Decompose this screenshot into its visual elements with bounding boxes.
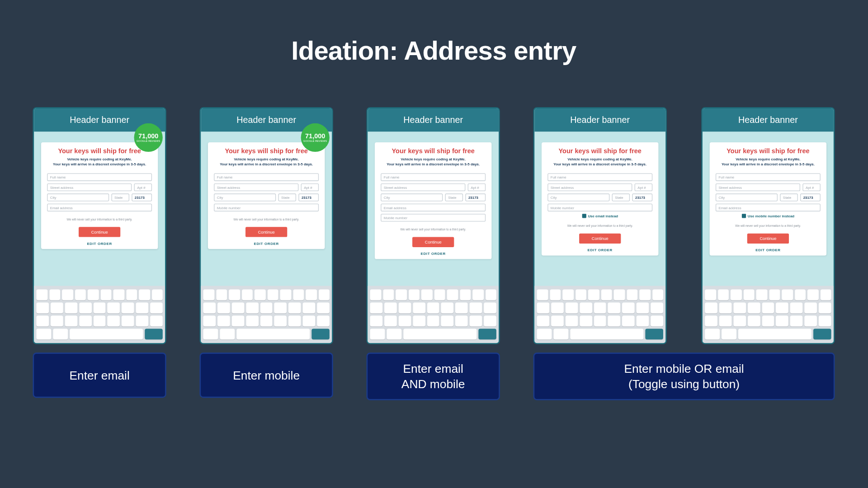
zip-input[interactable]: 23173: [132, 193, 152, 201]
email-input[interactable]: Email address: [716, 204, 821, 211]
key[interactable]: [820, 290, 831, 300]
key[interactable]: [470, 316, 482, 327]
key[interactable]: [705, 329, 720, 340]
key[interactable]: [795, 290, 806, 300]
key[interactable]: [51, 303, 63, 314]
city-input[interactable]: City: [716, 193, 778, 201]
key[interactable]: [65, 316, 77, 327]
zip-input[interactable]: 23173: [800, 193, 821, 201]
key[interactable]: [562, 290, 573, 300]
key[interactable]: [306, 290, 316, 300]
continue-button[interactable]: Continue: [747, 234, 789, 244]
key[interactable]: [88, 290, 99, 300]
city-input[interactable]: City: [381, 193, 443, 201]
key[interactable]: [79, 303, 92, 314]
key[interactable]: [370, 329, 385, 340]
key[interactable]: [79, 316, 92, 327]
edit-order-link[interactable]: EDIT ORDER: [47, 242, 152, 245]
spacebar-key[interactable]: [570, 329, 644, 340]
key[interactable]: [427, 303, 439, 314]
spacebar-key[interactable]: [403, 329, 477, 340]
key[interactable]: [639, 290, 650, 300]
key[interactable]: [274, 316, 287, 327]
key[interactable]: [447, 290, 458, 300]
street-input[interactable]: Street address: [214, 183, 298, 191]
key[interactable]: [743, 290, 754, 300]
email-input[interactable]: Email address: [47, 204, 152, 211]
key[interactable]: [553, 329, 568, 340]
key[interactable]: [776, 316, 789, 327]
key[interactable]: [51, 316, 63, 327]
key[interactable]: [241, 290, 252, 300]
fullname-input[interactable]: Full name: [47, 174, 152, 181]
key[interactable]: [280, 290, 291, 300]
key[interactable]: [75, 290, 85, 300]
key[interactable]: [748, 316, 760, 327]
key[interactable]: [769, 290, 780, 300]
key[interactable]: [622, 316, 635, 327]
key[interactable]: [819, 303, 831, 314]
key[interactable]: [113, 290, 124, 300]
key[interactable]: [370, 303, 382, 314]
street-input[interactable]: Street address: [47, 183, 132, 191]
city-input[interactable]: City: [214, 193, 276, 201]
key[interactable]: [601, 290, 612, 300]
mobile-input[interactable]: Mobile number: [381, 214, 486, 221]
enter-key[interactable]: [479, 329, 496, 340]
apt-input[interactable]: Apt #: [301, 183, 319, 191]
key[interactable]: [93, 303, 106, 314]
key[interactable]: [460, 290, 471, 300]
key[interactable]: [537, 303, 550, 314]
key[interactable]: [819, 316, 831, 327]
key[interactable]: [719, 316, 732, 327]
key[interactable]: [136, 316, 149, 327]
key[interactable]: [565, 316, 578, 327]
key[interactable]: [608, 316, 621, 327]
key[interactable]: [203, 316, 216, 327]
key[interactable]: [608, 303, 621, 314]
fullname-input[interactable]: Full name: [214, 174, 319, 181]
key[interactable]: [434, 290, 445, 300]
key[interactable]: [370, 290, 381, 300]
key[interactable]: [594, 316, 606, 327]
state-input[interactable]: State: [111, 193, 129, 201]
key[interactable]: [303, 316, 316, 327]
key[interactable]: [484, 303, 496, 314]
key[interactable]: [719, 303, 732, 314]
key[interactable]: [537, 316, 550, 327]
key[interactable]: [441, 316, 454, 327]
key[interactable]: [246, 316, 259, 327]
spacebar-key[interactable]: [70, 329, 143, 340]
enter-key[interactable]: [145, 329, 163, 340]
key[interactable]: [36, 290, 47, 300]
key[interactable]: [62, 290, 73, 300]
edit-order-link[interactable]: EDIT ORDER: [547, 249, 652, 252]
key[interactable]: [217, 303, 230, 314]
edit-order-link[interactable]: EDIT ORDER: [381, 252, 486, 256]
key[interactable]: [807, 290, 818, 300]
key[interactable]: [537, 290, 548, 300]
key[interactable]: [580, 316, 592, 327]
key[interactable]: [580, 303, 592, 314]
key[interactable]: [150, 303, 163, 314]
key[interactable]: [387, 329, 401, 340]
key[interactable]: [318, 290, 329, 300]
city-input[interactable]: City: [547, 193, 609, 201]
key[interactable]: [151, 290, 162, 300]
enter-key[interactable]: [646, 329, 663, 340]
key[interactable]: [53, 329, 68, 340]
toggle-email-label[interactable]: Use email instead: [588, 214, 618, 218]
key[interactable]: [288, 303, 301, 314]
key[interactable]: [122, 316, 134, 327]
key[interactable]: [576, 290, 586, 300]
continue-button[interactable]: Continue: [412, 237, 454, 247]
key[interactable]: [100, 290, 111, 300]
street-input[interactable]: Street address: [381, 183, 465, 191]
key[interactable]: [220, 329, 235, 340]
key[interactable]: [594, 303, 606, 314]
key[interactable]: [427, 316, 439, 327]
key[interactable]: [231, 303, 244, 314]
key[interactable]: [49, 290, 60, 300]
toggle-checkbox[interactable]: [582, 214, 586, 218]
key[interactable]: [203, 329, 218, 340]
